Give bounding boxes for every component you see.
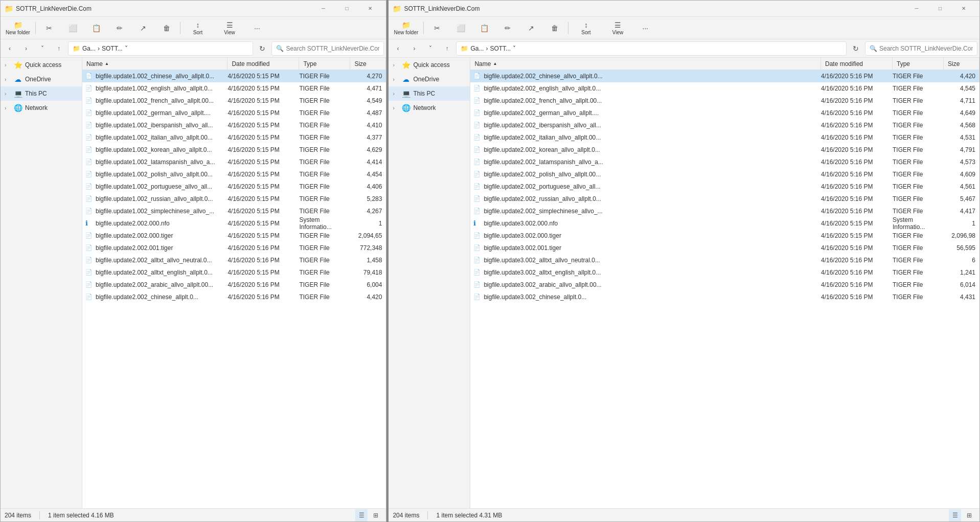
left-search-box[interactable]: 🔍 — [271, 41, 384, 56]
right-list-view-button[interactable]: ☰ — [949, 509, 961, 521]
left-search-input[interactable] — [286, 45, 379, 52]
table-row[interactable]: 📄bigfile.update1.002_italian_allvo_allpl… — [82, 131, 386, 144]
table-row[interactable]: 📄bigfile.update2.002_alltxt_allvo_neutra… — [82, 254, 386, 266]
right-sidebar-item-onedrive[interactable]: › ☁ OneDrive — [389, 72, 470, 86]
right-sidebar-item-quick-access[interactable]: › ⭐ Quick access — [389, 58, 470, 72]
left-sidebar-item-network[interactable]: › 🌐 Network — [1, 101, 82, 115]
right-search-input[interactable] — [879, 45, 973, 52]
left-breadcrumb[interactable]: 📁 Ga... › SOTT... ˅ — [68, 41, 253, 56]
right-maximize-button[interactable]: □ — [928, 1, 952, 17]
left-delete-button[interactable]: 🗑 — [155, 19, 178, 37]
table-row[interactable]: 📄bigfile.update2.002_iberspanish_allvo_a… — [470, 119, 979, 131]
table-row[interactable]: 📄bigfile.update2.002_chinese_allvo_allpl… — [470, 70, 979, 82]
left-col-date-header[interactable]: Date modified — [227, 58, 299, 70]
table-row[interactable]: 📄bigfile.update3.002_chinese_allplt.0...… — [470, 291, 979, 303]
table-row[interactable]: 📄bigfile.update2.002_korean_allvo_allplt… — [470, 144, 979, 156]
right-back-button[interactable]: ‹ — [391, 41, 405, 56]
left-minimize-button[interactable]: ─ — [311, 1, 335, 17]
table-row[interactable]: ℹbigfile.update3.002.000.nfo4/16/2020 5:… — [470, 217, 979, 230]
right-recent-button[interactable]: ˅ — [423, 41, 438, 56]
right-delete-button[interactable]: 🗑 — [543, 19, 566, 37]
left-refresh-button[interactable]: ↻ — [255, 41, 269, 56]
left-recent-button[interactable]: ˅ — [35, 41, 50, 56]
right-sort-button[interactable]: ↕ Sort — [571, 19, 601, 37]
table-row[interactable]: 📄bigfile.update3.002.001.tiger4/16/2020 … — [470, 242, 979, 254]
right-search-box[interactable]: 🔍 — [865, 41, 977, 56]
table-row[interactable]: ℹbigfile.update2.002.000.nfo4/16/2020 5:… — [82, 217, 386, 230]
right-breadcrumb[interactable]: 📁 Ga... › SOTT... ˅ — [456, 41, 847, 56]
right-close-button[interactable]: ✕ — [952, 1, 975, 17]
table-row[interactable]: 📄bigfile.update1.002_latamspanish_allvo_… — [82, 156, 386, 168]
left-sidebar-item-quick-access[interactable]: › ⭐ Quick access — [1, 58, 82, 72]
right-col-type-header[interactable]: Type — [893, 58, 944, 70]
left-view-button[interactable]: ☰ View — [214, 19, 245, 37]
table-row[interactable]: 📄bigfile.update2.002_french_allvo_allplt… — [470, 95, 979, 107]
table-row[interactable]: 📄bigfile.update3.002.000.tiger4/16/2020 … — [470, 230, 979, 242]
table-row[interactable]: 📄bigfile.update2.002_simplechinese_allvo… — [470, 205, 979, 217]
left-paste-button[interactable]: 📋 — [85, 19, 107, 37]
table-row[interactable]: 📄bigfile.update2.002_chinese_allplt.0...… — [82, 291, 386, 303]
left-rename-button[interactable]: ✏ — [108, 19, 131, 37]
table-row[interactable]: 📄bigfile.update1.002_polish_allvo_allplt… — [82, 168, 386, 180]
left-copy-button[interactable]: ⬜ — [61, 19, 84, 37]
table-row[interactable]: 📄bigfile.update3.002_alltxt_english_allp… — [470, 266, 979, 279]
table-row[interactable]: 📄bigfile.update1.002_portuguese_allvo_al… — [82, 180, 386, 193]
right-up-button[interactable]: ↑ — [440, 41, 454, 56]
left-forward-button[interactable]: › — [19, 41, 33, 56]
table-row[interactable]: 📄bigfile.update2.002_polish_allvo_allplt… — [470, 168, 979, 180]
table-row[interactable]: 📄bigfile.update1.002_korean_allvo_allplt… — [82, 144, 386, 156]
table-row[interactable]: 📄bigfile.update2.002.001.tiger4/16/2020 … — [82, 242, 386, 254]
table-row[interactable]: 📄bigfile.update2.002.000.tiger4/16/2020 … — [82, 230, 386, 242]
right-sidebar-item-this-pc[interactable]: › 💻 This PC — [389, 86, 470, 101]
left-more-button[interactable]: ··· — [246, 19, 268, 37]
left-close-button[interactable]: ✕ — [358, 1, 382, 17]
right-refresh-button[interactable]: ↻ — [849, 41, 863, 56]
right-col-size-header[interactable]: Size — [944, 58, 979, 70]
left-col-name-header[interactable]: Name ▲ — [82, 58, 227, 70]
right-rename-button[interactable]: ✏ — [496, 19, 519, 37]
table-row[interactable]: 📄bigfile.update1.002_chinese_allvo_allpl… — [82, 70, 386, 82]
left-sidebar-item-this-pc[interactable]: › 💻 This PC — [1, 86, 82, 101]
table-row[interactable]: 📄bigfile.update2.002_latamspanish_allvo_… — [470, 156, 979, 168]
table-row[interactable]: 📄bigfile.update2.002_portuguese_allvo_al… — [470, 180, 979, 193]
left-cut-button[interactable]: ✂ — [38, 19, 60, 37]
right-grid-view-button[interactable]: ⊞ — [963, 509, 975, 521]
right-sidebar-item-network[interactable]: › 🌐 Network — [389, 101, 470, 115]
right-col-name-header[interactable]: Name ▲ — [470, 58, 821, 70]
table-row[interactable]: 📄bigfile.update2.002_alltxt_english_allp… — [82, 266, 386, 279]
right-copy-button[interactable]: ⬜ — [449, 19, 472, 37]
right-share-button[interactable]: ↗ — [520, 19, 542, 37]
right-forward-button[interactable]: › — [407, 41, 421, 56]
table-row[interactable]: 📄bigfile.update2.002_arabic_allvo_allplt… — [82, 279, 386, 291]
left-up-button[interactable]: ↑ — [52, 41, 66, 56]
table-row[interactable]: 📄bigfile.update1.002_russian_allvo_allpl… — [82, 193, 386, 205]
table-row[interactable]: 📄bigfile.update3.002_alltxt_allvo_neutra… — [470, 254, 979, 266]
left-list-view-button[interactable]: ☰ — [355, 509, 368, 521]
table-row[interactable]: 📄bigfile.update3.002_arabic_allvo_allplt… — [470, 279, 979, 291]
table-row[interactable]: 📄bigfile.update2.002_italian_allvo_allpl… — [470, 131, 979, 144]
left-maximize-button[interactable]: □ — [335, 1, 358, 17]
left-col-type-header[interactable]: Type — [299, 58, 350, 70]
right-more-button[interactable]: ··· — [634, 19, 656, 37]
right-paste-button[interactable]: 📋 — [473, 19, 495, 37]
left-grid-view-button[interactable]: ⊞ — [370, 509, 382, 521]
table-row[interactable]: 📄bigfile.update1.002_iberspanish_allvo_a… — [82, 119, 386, 131]
right-view-button[interactable]: ☰ View — [602, 19, 633, 37]
right-col-date-header[interactable]: Date modified — [821, 58, 893, 70]
left-new-folder-button[interactable]: 📁 New folder — [3, 19, 33, 37]
table-row[interactable]: 📄bigfile.update1.002_english_allvo_allpl… — [82, 82, 386, 95]
right-cut-button[interactable]: ✂ — [426, 19, 448, 37]
table-row[interactable]: 📄bigfile.update2.002_russian_allvo_allpl… — [470, 193, 979, 205]
table-row[interactable]: 📄bigfile.update2.002_german_allvo_allplt… — [470, 107, 979, 119]
table-row[interactable]: 📄bigfile.update1.002_german_allvo_allplt… — [82, 107, 386, 119]
left-share-button[interactable]: ↗ — [132, 19, 154, 37]
left-sidebar-item-onedrive[interactable]: › ☁ OneDrive — [1, 72, 82, 86]
left-sort-button[interactable]: ↕ Sort — [183, 19, 213, 37]
right-minimize-button[interactable]: ─ — [905, 1, 928, 17]
right-new-folder-button[interactable]: 📁 New folder — [391, 19, 421, 37]
table-row[interactable]: 📄bigfile.update1.002_simplechinese_allvo… — [82, 205, 386, 217]
left-col-size-header[interactable]: Size — [350, 58, 386, 70]
left-back-button[interactable]: ‹ — [3, 41, 17, 56]
table-row[interactable]: 📄bigfile.update1.002_french_allvo_allplt… — [82, 95, 386, 107]
table-row[interactable]: 📄bigfile.update2.002_english_allvo_allpl… — [470, 82, 979, 95]
